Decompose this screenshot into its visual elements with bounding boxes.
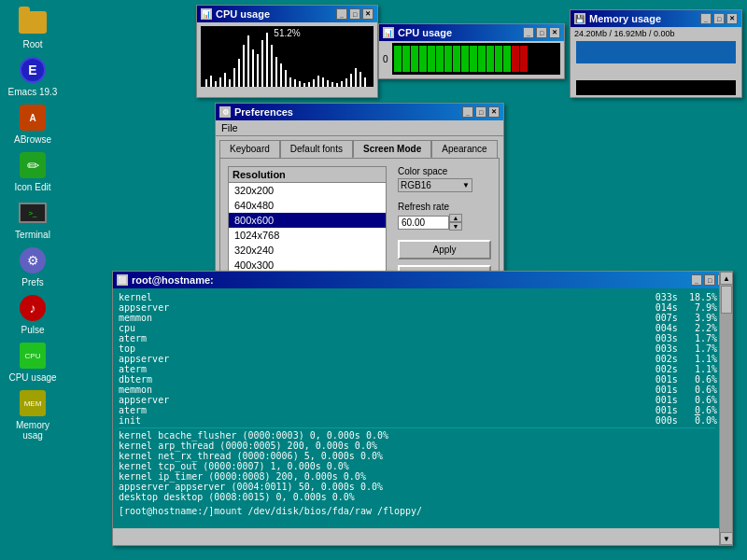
resolution-747x560[interactable]: 747x560	[229, 213, 386, 228]
terminal-line: kernel net_rx_thread (0000:0006) 5, 0.00…	[119, 451, 715, 461]
prefs-title: Preferences	[234, 106, 293, 118]
graph-bar	[219, 77, 221, 87]
memory-title: Memory usage	[589, 13, 661, 24]
prefs-menu-file[interactable]: File	[221, 122, 238, 133]
sidebar-item-label: Pulse	[21, 325, 44, 335]
memory-close-button[interactable]: ✕	[726, 13, 738, 24]
resolution-320x240[interactable]: 320x240	[229, 243, 386, 258]
graph-bar	[252, 49, 254, 87]
terminal-content[interactable]: 033s 18.5% 014s 7.9% 007s 3.9% 004s 2.2%…	[113, 288, 732, 528]
sidebar-item-abrowse[interactable]: A ABrowse	[5, 103, 61, 145]
prefs-close-button[interactable]: ✕	[488, 106, 500, 118]
resolution-1024x768[interactable]: 1024x768	[229, 228, 386, 243]
sidebar-item-label: Icon Edit	[15, 182, 51, 192]
graph-bar	[355, 68, 357, 87]
graph-bar	[266, 33, 268, 87]
tab-screenmode[interactable]: Screen Mode	[353, 140, 431, 158]
terminal-minimize-button[interactable]: _	[691, 274, 702, 286]
scroll-thumb[interactable]	[721, 286, 732, 314]
terminal-line: 001s 0.6%	[655, 395, 717, 405]
sidebar: Root E Emacs 19.3 A ABrowse ✏ Icon Edit …	[0, 0, 65, 560]
resolution-640x480[interactable]: 640x480	[229, 198, 386, 213]
terminal-line: memmon	[119, 313, 715, 323]
spin-up-button[interactable]: ▲	[449, 214, 462, 222]
spin-down-button[interactable]: ▼	[449, 222, 462, 231]
graph-bar	[275, 57, 277, 87]
memory-bar-container	[576, 41, 736, 95]
graph-bar	[364, 77, 366, 87]
cpu-bar-segment	[444, 46, 452, 72]
cpu-bar-close-button[interactable]: ✕	[549, 27, 560, 38]
cpu-usage-titlebar: 📊 CPU usage _ □ ✕	[197, 6, 377, 22]
terminal-line: appserver	[119, 395, 715, 405]
sidebar-item-pulse[interactable]: ♪ Pulse	[5, 293, 61, 335]
tab-keyboard[interactable]: Keyboard	[219, 140, 280, 158]
refresh-rate-control: ▲ ▼	[398, 214, 491, 231]
cpu-bar-segment	[394, 46, 402, 72]
separator	[119, 427, 715, 428]
color-space-label: Color space	[398, 166, 491, 176]
tab-appearance[interactable]: Apearance	[431, 140, 497, 158]
cpu-usage-close-button[interactable]: ✕	[362, 8, 374, 20]
scroll-down-button[interactable]: ▼	[720, 532, 733, 545]
color-space-dropdown-icon[interactable]: ▼	[462, 181, 470, 189]
sidebar-item-emacs[interactable]: E Emacs 19.3	[5, 55, 61, 97]
sidebar-item-terminal[interactable]: >_ Terminal	[5, 198, 61, 240]
cpu-bar-label: 0	[383, 54, 388, 64]
graph-bar	[345, 78, 347, 87]
terminal-line: 002s 1.1%	[655, 354, 717, 364]
graph-bar	[341, 81, 343, 87]
terminal-line: 004s 2.2%	[655, 323, 717, 333]
terminal-line: 007s 3.9%	[655, 313, 717, 323]
memory-bar-free	[576, 63, 736, 80]
graph-bar	[331, 82, 333, 87]
terminal-line: 001s 0.6%	[655, 385, 717, 395]
refresh-rate-spinner: ▲ ▼	[449, 214, 462, 231]
graph-bar	[327, 80, 329, 87]
memory-content: 24.20Mb / 16.92Mb / 0.00b	[571, 27, 741, 99]
cpu-bar-window: 📊 CPU usage _ □ ✕ 0	[378, 23, 565, 79]
sidebar-item-root[interactable]: Root	[5, 7, 61, 49]
resolution-320x200[interactable]: 320x200	[229, 183, 386, 198]
memory-bar-swap	[576, 80, 736, 95]
scroll-track[interactable]	[720, 285, 732, 532]
cpu-bar-segment	[503, 46, 511, 72]
memory-maximize-button[interactable]: □	[713, 13, 725, 24]
cpu-bars-container	[392, 43, 560, 75]
apply-button[interactable]: Apply	[398, 240, 491, 259]
color-space-select[interactable]: RGB16 ▼	[398, 178, 472, 192]
terminal-line: 001s 0.6%	[655, 374, 717, 385]
cpu-usage-window-icon: 📊	[201, 8, 212, 20]
graph-bar	[215, 81, 217, 87]
cpu-usage-maximize-button[interactable]: □	[349, 8, 360, 20]
tab-defaultfonts[interactable]: Default fonts	[280, 140, 353, 158]
graph-bar	[313, 79, 315, 87]
graph-bar	[224, 73, 226, 87]
sidebar-item-iconedit[interactable]: ✏ Icon Edit	[5, 150, 61, 192]
cpu-graph: 51.2%	[201, 26, 374, 87]
prefs-minimize-button[interactable]: _	[462, 106, 473, 118]
terminal-maximize-button[interactable]: □	[704, 274, 715, 286]
graph-bar	[308, 82, 310, 87]
graph-bar	[257, 54, 259, 87]
cpu-bar-minimize-button[interactable]: _	[523, 27, 534, 38]
scroll-up-button[interactable]: ▲	[720, 272, 733, 285]
sidebar-item-prefs[interactable]: ⚙ Prefs	[5, 245, 61, 287]
terminal-line: kernel ip_timer (0000:0008) 200, 0.000s …	[119, 471, 715, 482]
cpu-bar-maximize-button[interactable]: □	[536, 27, 547, 38]
cpu-bar-segment	[495, 46, 502, 72]
sidebar-item-memoryusage[interactable]: MEM Memory usag	[5, 388, 61, 441]
cpu-bar-segment	[419, 46, 427, 72]
color-space-value: RGB16	[401, 180, 431, 190]
graph-bar	[350, 74, 352, 87]
memory-minimize-button[interactable]: _	[700, 13, 712, 24]
cpu-usage-minimize-button[interactable]: _	[336, 8, 347, 20]
terminal-window-icon: ⬜	[117, 274, 128, 286]
refresh-rate-input[interactable]	[398, 216, 449, 230]
graph-bar	[303, 83, 305, 87]
memory-titlebar: 💾 Memory usage _ □ ✕	[571, 10, 741, 27]
prefs-tabs: Keyboard Default fonts Screen Mode Apear…	[216, 136, 503, 158]
terminal-line: 033s 18.5%	[655, 292, 717, 302]
sidebar-item-cpuusage[interactable]: CPU CPU usage	[5, 341, 61, 383]
prefs-maximize-button[interactable]: □	[475, 106, 486, 118]
